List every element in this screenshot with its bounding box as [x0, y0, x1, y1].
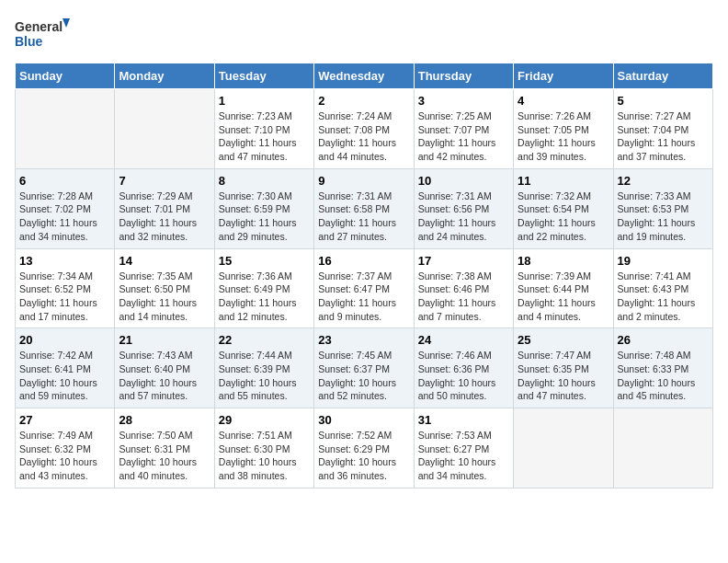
- day-number: 21: [119, 333, 210, 347]
- calendar-cell: 5Sunrise: 7:27 AMSunset: 7:04 PMDaylight…: [613, 89, 712, 169]
- day-number: 6: [19, 174, 110, 188]
- calendar-cell: 15Sunrise: 7:36 AMSunset: 6:49 PMDayligh…: [214, 248, 313, 328]
- day-info: Sunrise: 7:43 AMSunset: 6:40 PMDaylight:…: [119, 349, 210, 403]
- logo-svg: General Blue: [15, 15, 70, 55]
- day-number: 31: [418, 413, 509, 427]
- day-number: 16: [318, 254, 409, 268]
- calendar-cell: 13Sunrise: 7:34 AMSunset: 6:52 PMDayligh…: [16, 248, 115, 328]
- day-number: 13: [19, 254, 110, 268]
- calendar-cell: 27Sunrise: 7:49 AMSunset: 6:32 PMDayligh…: [16, 408, 115, 488]
- day-number: 8: [219, 174, 310, 188]
- calendar-cell: 9Sunrise: 7:31 AMSunset: 6:58 PMDaylight…: [314, 168, 414, 248]
- day-info: Sunrise: 7:34 AMSunset: 6:52 PMDaylight:…: [19, 270, 110, 324]
- day-number: 28: [119, 413, 210, 427]
- svg-text:Blue: Blue: [15, 34, 43, 49]
- day-info: Sunrise: 7:27 AMSunset: 7:04 PMDaylight:…: [618, 109, 709, 164]
- day-number: 3: [418, 94, 509, 108]
- day-number: 22: [219, 333, 310, 347]
- calendar-cell: 16Sunrise: 7:37 AMSunset: 6:47 PMDayligh…: [314, 248, 414, 328]
- week-row-5: 27Sunrise: 7:49 AMSunset: 6:32 PMDayligh…: [16, 408, 713, 488]
- day-info: Sunrise: 7:32 AMSunset: 6:54 PMDaylight:…: [518, 190, 609, 244]
- day-number: 24: [418, 333, 509, 347]
- calendar-cell: 23Sunrise: 7:45 AMSunset: 6:37 PMDayligh…: [314, 328, 414, 408]
- day-info: Sunrise: 7:50 AMSunset: 6:31 PMDaylight:…: [119, 429, 210, 483]
- day-number: 7: [119, 174, 210, 188]
- day-number: 29: [219, 413, 310, 427]
- day-number: 2: [318, 94, 409, 108]
- day-info: Sunrise: 7:33 AMSunset: 6:53 PMDaylight:…: [618, 190, 709, 244]
- weekday-header-friday: Friday: [514, 63, 613, 89]
- day-info: Sunrise: 7:23 AMSunset: 7:10 PMDaylight:…: [219, 109, 310, 164]
- day-info: Sunrise: 7:41 AMSunset: 6:43 PMDaylight:…: [618, 270, 709, 324]
- calendar-cell: 14Sunrise: 7:35 AMSunset: 6:50 PMDayligh…: [115, 248, 214, 328]
- calendar-cell: 19Sunrise: 7:41 AMSunset: 6:43 PMDayligh…: [613, 248, 712, 328]
- day-number: 15: [219, 254, 310, 268]
- day-info: Sunrise: 7:42 AMSunset: 6:41 PMDaylight:…: [19, 349, 110, 403]
- calendar-cell: 4Sunrise: 7:26 AMSunset: 7:05 PMDaylight…: [514, 89, 613, 169]
- calendar-cell: 30Sunrise: 7:52 AMSunset: 6:29 PMDayligh…: [314, 408, 414, 488]
- day-info: Sunrise: 7:30 AMSunset: 6:59 PMDaylight:…: [219, 190, 310, 244]
- day-info: Sunrise: 7:47 AMSunset: 6:35 PMDaylight:…: [518, 349, 609, 403]
- day-number: 25: [518, 333, 609, 347]
- day-info: Sunrise: 7:31 AMSunset: 6:56 PMDaylight:…: [418, 190, 509, 244]
- calendar-cell: 17Sunrise: 7:38 AMSunset: 6:46 PMDayligh…: [414, 248, 513, 328]
- calendar-cell: 6Sunrise: 7:28 AMSunset: 7:02 PMDaylight…: [16, 168, 115, 248]
- week-row-2: 6Sunrise: 7:28 AMSunset: 7:02 PMDaylight…: [16, 168, 713, 248]
- day-number: 30: [318, 413, 409, 427]
- calendar-cell: 11Sunrise: 7:32 AMSunset: 6:54 PMDayligh…: [514, 168, 613, 248]
- week-row-1: 1Sunrise: 7:23 AMSunset: 7:10 PMDaylight…: [16, 89, 713, 169]
- day-number: 23: [318, 333, 409, 347]
- calendar-table: SundayMondayTuesdayWednesdayThursdayFrid…: [15, 63, 713, 488]
- svg-text:General: General: [15, 19, 63, 34]
- week-row-3: 13Sunrise: 7:34 AMSunset: 6:52 PMDayligh…: [16, 248, 713, 328]
- calendar-cell: 28Sunrise: 7:50 AMSunset: 6:31 PMDayligh…: [115, 408, 214, 488]
- day-number: 1: [219, 94, 310, 108]
- weekday-header-thursday: Thursday: [414, 63, 513, 89]
- calendar-cell: 12Sunrise: 7:33 AMSunset: 6:53 PMDayligh…: [613, 168, 712, 248]
- day-info: Sunrise: 7:48 AMSunset: 6:33 PMDaylight:…: [618, 349, 709, 403]
- calendar-cell: 18Sunrise: 7:39 AMSunset: 6:44 PMDayligh…: [514, 248, 613, 328]
- calendar-cell: 8Sunrise: 7:30 AMSunset: 6:59 PMDaylight…: [214, 168, 313, 248]
- svg-marker-2: [63, 18, 70, 28]
- day-info: Sunrise: 7:24 AMSunset: 7:08 PMDaylight:…: [318, 109, 409, 164]
- day-number: 4: [518, 94, 609, 108]
- page-header: General Blue: [15, 15, 713, 55]
- day-info: Sunrise: 7:51 AMSunset: 6:30 PMDaylight:…: [219, 429, 310, 483]
- weekday-header-sunday: Sunday: [16, 63, 115, 89]
- day-info: Sunrise: 7:39 AMSunset: 6:44 PMDaylight:…: [518, 270, 609, 324]
- day-info: Sunrise: 7:36 AMSunset: 6:49 PMDaylight:…: [219, 270, 310, 324]
- day-info: Sunrise: 7:29 AMSunset: 7:01 PMDaylight:…: [119, 190, 210, 244]
- week-row-4: 20Sunrise: 7:42 AMSunset: 6:41 PMDayligh…: [16, 328, 713, 408]
- weekday-header-wednesday: Wednesday: [314, 63, 414, 89]
- calendar-cell: 2Sunrise: 7:24 AMSunset: 7:08 PMDaylight…: [314, 89, 414, 169]
- day-number: 26: [618, 333, 709, 347]
- day-info: Sunrise: 7:53 AMSunset: 6:27 PMDaylight:…: [418, 429, 509, 483]
- calendar-cell: 10Sunrise: 7:31 AMSunset: 6:56 PMDayligh…: [414, 168, 513, 248]
- day-info: Sunrise: 7:26 AMSunset: 7:05 PMDaylight:…: [518, 109, 609, 164]
- calendar-cell: 7Sunrise: 7:29 AMSunset: 7:01 PMDaylight…: [115, 168, 214, 248]
- weekday-header-tuesday: Tuesday: [214, 63, 313, 89]
- day-info: Sunrise: 7:44 AMSunset: 6:39 PMDaylight:…: [219, 349, 310, 403]
- calendar-cell: 24Sunrise: 7:46 AMSunset: 6:36 PMDayligh…: [414, 328, 513, 408]
- day-number: 20: [19, 333, 110, 347]
- weekday-header-monday: Monday: [115, 63, 214, 89]
- weekday-header-saturday: Saturday: [613, 63, 712, 89]
- calendar-cell: 20Sunrise: 7:42 AMSunset: 6:41 PMDayligh…: [16, 328, 115, 408]
- calendar-cell: 1Sunrise: 7:23 AMSunset: 7:10 PMDaylight…: [214, 89, 313, 169]
- day-number: 19: [618, 254, 709, 268]
- day-info: Sunrise: 7:46 AMSunset: 6:36 PMDaylight:…: [418, 349, 509, 403]
- day-info: Sunrise: 7:31 AMSunset: 6:58 PMDaylight:…: [318, 190, 409, 244]
- calendar-cell: 22Sunrise: 7:44 AMSunset: 6:39 PMDayligh…: [214, 328, 313, 408]
- weekday-header-row: SundayMondayTuesdayWednesdayThursdayFrid…: [16, 63, 713, 89]
- day-number: 11: [518, 174, 609, 188]
- day-info: Sunrise: 7:37 AMSunset: 6:47 PMDaylight:…: [318, 270, 409, 324]
- day-number: 27: [19, 413, 110, 427]
- calendar-cell: [613, 408, 712, 488]
- calendar-cell: 29Sunrise: 7:51 AMSunset: 6:30 PMDayligh…: [214, 408, 313, 488]
- day-number: 5: [618, 94, 709, 108]
- day-number: 14: [119, 254, 210, 268]
- day-info: Sunrise: 7:52 AMSunset: 6:29 PMDaylight:…: [318, 429, 409, 483]
- logo: General Blue: [15, 15, 70, 55]
- day-number: 18: [518, 254, 609, 268]
- calendar-cell: 31Sunrise: 7:53 AMSunset: 6:27 PMDayligh…: [414, 408, 513, 488]
